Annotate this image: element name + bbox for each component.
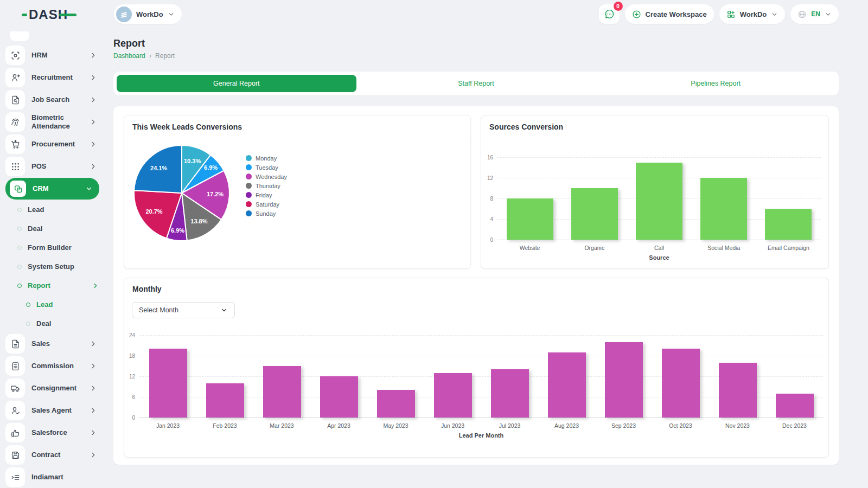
x-axis-tick-label: Nov 2023: [709, 422, 766, 429]
sidebar-item-commission[interactable]: Commission: [5, 355, 99, 377]
legend-item-saturday[interactable]: Saturday: [246, 200, 287, 209]
x-axis-tick-label: Social Media: [692, 245, 756, 251]
x-axis-tick-label: Oct 2023: [652, 422, 709, 429]
app-logo[interactable]: DASH: [22, 7, 76, 22]
tab-staff-report[interactable]: Staff Report: [356, 75, 596, 92]
chevron-right-icon: [90, 340, 97, 348]
procurement-icon: [5, 134, 25, 154]
sidebar-item-indiamart[interactable]: Indiamart: [5, 466, 99, 488]
language-selector[interactable]: EN: [790, 4, 839, 24]
sources-title: Sources Conversion: [489, 123, 563, 131]
bar-column: [627, 157, 691, 240]
sidebar-item-procurement[interactable]: Procurement: [5, 133, 99, 155]
sidebar-item-label: Contract: [31, 451, 83, 459]
sidebar-item-crm[interactable]: CRM: [5, 178, 99, 200]
bar-column: [196, 335, 253, 418]
monthly-title: Monthly: [132, 285, 162, 293]
plus-circle-icon: [632, 10, 641, 19]
sidebar-item-salesforce[interactable]: Salesforce: [5, 422, 99, 444]
report-panel: This Week Leads Conversions 10.3%6.9%17.…: [113, 106, 839, 465]
workspace-name: WorkDo: [136, 10, 163, 18]
sidebar-item-job-search[interactable]: Job Search: [5, 89, 99, 111]
legend-item-friday[interactable]: Friday: [246, 190, 287, 200]
bar-column: [756, 157, 821, 240]
sidebar-subitem-report[interactable]: Report: [5, 276, 99, 295]
x-axis-title: Lead Per Month: [139, 432, 823, 439]
sidebar-item-pos[interactable]: POS: [5, 156, 99, 177]
company-menu-button[interactable]: WorkDo: [719, 4, 786, 24]
breadcrumb-current: Report: [155, 52, 175, 60]
legend-label: Saturday: [256, 201, 279, 208]
sidebar-subitem-label: Lead: [28, 206, 99, 214]
bullet-icon: [17, 246, 22, 250]
job-search-icon: [5, 90, 25, 110]
bar-column: [253, 335, 310, 418]
sales-agent-icon: [5, 401, 25, 420]
legend-item-sunday[interactable]: Sunday: [246, 209, 287, 218]
legend-item-thursday[interactable]: Thursday: [246, 181, 287, 190]
sidebar: HRM Recruitment Job Search Biometric Att…: [0, 30, 105, 488]
sidebar-subitem-deal[interactable]: Deal: [5, 314, 99, 333]
legend-dot-icon: [246, 164, 252, 170]
bar-column: [562, 157, 627, 240]
messages-badge: 0: [614, 2, 623, 11]
legend-item-tuesday[interactable]: Tuesday: [246, 163, 287, 172]
messages-button[interactable]: 0: [599, 4, 620, 24]
x-axis-tick-label: Aug 2023: [538, 422, 595, 429]
sidebar-item-hrm[interactable]: HRM: [5, 44, 99, 66]
sidebar-item-biometric-attendance[interactable]: Biometric Attendance: [5, 111, 99, 133]
week-leads-card-header: This Week Leads Conversions: [124, 115, 470, 138]
sidebar-item-label: Consignment: [31, 384, 83, 393]
bar-may-2023: [377, 390, 415, 418]
sidebar-item-label: Job Search: [31, 95, 83, 104]
contract-icon: [5, 445, 25, 465]
breadcrumb-dashboard-link[interactable]: Dashboard: [113, 52, 145, 60]
sidebar-item-label: Recruitment: [31, 73, 83, 82]
bar-column: [595, 335, 652, 418]
x-axis-tick-label: Jul 2023: [481, 422, 538, 429]
sidebar-item-label: POS: [31, 162, 83, 171]
indiamart-icon: [5, 467, 25, 487]
week-leads-card: This Week Leads Conversions 10.3%6.9%17.…: [124, 115, 471, 269]
sidebar-subitem-system-setup[interactable]: System Setup: [5, 257, 99, 276]
x-axis-tick-label: Call: [627, 245, 691, 251]
bar-feb-2023: [206, 383, 244, 418]
sidebar-subitem-lead[interactable]: Lead: [5, 200, 99, 219]
legend-item-monday[interactable]: Monday: [246, 153, 287, 163]
sidebar-item-recruitment[interactable]: Recruitment: [5, 67, 99, 88]
month-select[interactable]: Select Month: [132, 302, 235, 318]
sidebar-subitem-lead[interactable]: Lead: [5, 295, 99, 314]
y-axis-tick-label: 16: [481, 155, 493, 160]
chevron-right-icon: [90, 140, 97, 148]
x-axis-tick-label: Organic: [562, 245, 627, 251]
week-leads-title: This Week Leads Conversions: [132, 123, 242, 131]
bar-social-media: [700, 178, 747, 240]
legend-dot-icon: [246, 174, 252, 179]
sidebar-subitem-label: Lead: [36, 300, 99, 309]
create-workspace-button[interactable]: Create Workspace: [625, 4, 714, 24]
sources-conversion-card: Sources Conversion 0481216WebsiteOrganic…: [481, 115, 829, 269]
y-axis-tick-label: 12: [124, 374, 135, 380]
bar-column: [481, 335, 538, 418]
tab-pipelines-report[interactable]: Pipelines Report: [596, 75, 835, 92]
crm-report-page: { "header": { "logo_text": "DASH", "work…: [0, 0, 868, 488]
legend-item-wednesday[interactable]: Wednesday: [246, 172, 287, 181]
biometric-attendance-icon: [5, 112, 25, 132]
sidebar-item-contract[interactable]: Contract: [5, 444, 99, 466]
y-axis-tick-label: 0: [124, 415, 135, 421]
bar-email-campaign: [765, 209, 812, 240]
workspace-switcher[interactable]: WorkDo: [114, 4, 182, 24]
legend-dot-icon: [246, 183, 252, 189]
sidebar-subitem-label: Report: [28, 281, 86, 290]
sidebar-item-label: Commission: [31, 362, 83, 370]
sidebar-item-consignment[interactable]: Consignment: [5, 377, 99, 399]
x-axis-line: [497, 240, 821, 240]
sidebar-item-sales[interactable]: Sales: [5, 333, 99, 355]
sidebar-subitem-form-builder[interactable]: Form Builder: [5, 238, 99, 257]
bar-sep-2023: [605, 342, 643, 418]
sidebar-subitem-deal[interactable]: Deal: [5, 219, 99, 238]
sidebar-item-sales-agent[interactable]: Sales Agent: [5, 400, 99, 421]
tab-general-report[interactable]: General Report: [117, 75, 356, 92]
x-axis-line: [139, 418, 823, 418]
pie-legend: Monday Tuesday Wednesday Thursday Friday…: [246, 153, 287, 218]
